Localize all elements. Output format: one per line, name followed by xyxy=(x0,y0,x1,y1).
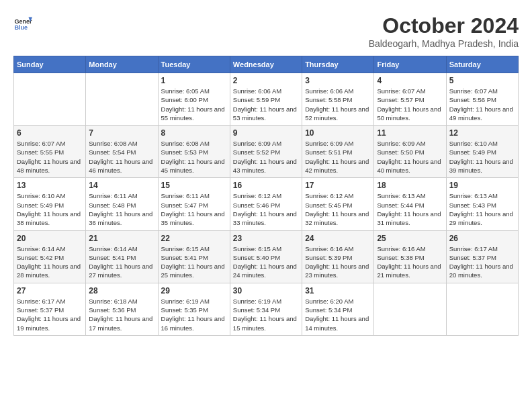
day-number: 13 xyxy=(17,181,83,190)
calendar-cell: 19Sunrise: 6:13 AM Sunset: 5:43 PM Dayli… xyxy=(446,178,518,230)
calendar-cell: 3Sunrise: 6:06 AM Sunset: 5:58 PM Daylig… xyxy=(302,73,374,126)
main-title: October 2024 xyxy=(369,13,519,38)
day-number: 12 xyxy=(449,128,515,138)
day-info: Sunrise: 6:15 AM Sunset: 5:41 PM Dayligh… xyxy=(161,244,227,280)
day-info: Sunrise: 6:09 AM Sunset: 5:50 PM Dayligh… xyxy=(377,139,443,175)
day-info: Sunrise: 6:06 AM Sunset: 5:58 PM Dayligh… xyxy=(305,87,371,122)
day-number: 19 xyxy=(449,181,515,190)
day-number: 16 xyxy=(233,181,299,190)
day-info: Sunrise: 6:09 AM Sunset: 5:51 PM Dayligh… xyxy=(305,139,371,175)
dow-header-friday: Friday xyxy=(374,56,446,73)
day-info: Sunrise: 6:17 AM Sunset: 5:37 PM Dayligh… xyxy=(449,244,515,280)
day-number: 1 xyxy=(161,76,227,85)
day-number: 27 xyxy=(17,286,83,295)
calendar-cell: 12Sunrise: 6:10 AM Sunset: 5:49 PM Dayli… xyxy=(446,126,518,178)
calendar-cell xyxy=(14,73,86,126)
calendar-cell: 9Sunrise: 6:09 AM Sunset: 5:52 PM Daylig… xyxy=(230,126,302,178)
calendar-cell: 30Sunrise: 6:19 AM Sunset: 5:34 PM Dayli… xyxy=(230,283,302,335)
day-info: Sunrise: 6:13 AM Sunset: 5:44 PM Dayligh… xyxy=(377,191,443,227)
day-number: 6 xyxy=(17,128,83,138)
day-number: 3 xyxy=(305,76,371,85)
day-number: 5 xyxy=(449,76,515,85)
day-info: Sunrise: 6:13 AM Sunset: 5:43 PM Dayligh… xyxy=(449,191,515,227)
calendar-cell: 27Sunrise: 6:17 AM Sunset: 5:37 PM Dayli… xyxy=(14,283,86,335)
calendar-cell: 24Sunrise: 6:16 AM Sunset: 5:39 PM Dayli… xyxy=(302,230,374,283)
dow-header-thursday: Thursday xyxy=(302,56,374,73)
day-info: Sunrise: 6:17 AM Sunset: 5:37 PM Dayligh… xyxy=(17,297,83,332)
day-number: 17 xyxy=(305,181,371,190)
day-info: Sunrise: 6:07 AM Sunset: 5:56 PM Dayligh… xyxy=(449,87,515,122)
calendar-cell: 11Sunrise: 6:09 AM Sunset: 5:50 PM Dayli… xyxy=(374,126,446,178)
day-number: 20 xyxy=(17,234,83,243)
day-number: 31 xyxy=(305,286,371,295)
logo-icon: General Blue xyxy=(13,13,32,32)
calendar-cell: 18Sunrise: 6:13 AM Sunset: 5:44 PM Dayli… xyxy=(374,178,446,230)
day-number: 23 xyxy=(233,234,299,243)
subtitle: Baldeogarh, Madhya Pradesh, India xyxy=(369,38,519,49)
calendar-cell: 7Sunrise: 6:08 AM Sunset: 5:54 PM Daylig… xyxy=(86,126,158,178)
calendar-cell xyxy=(374,283,446,335)
day-info: Sunrise: 6:16 AM Sunset: 5:38 PM Dayligh… xyxy=(377,244,443,280)
day-number: 11 xyxy=(377,128,443,138)
day-info: Sunrise: 6:19 AM Sunset: 5:35 PM Dayligh… xyxy=(161,297,227,332)
calendar-cell: 4Sunrise: 6:07 AM Sunset: 5:57 PM Daylig… xyxy=(374,73,446,126)
day-number: 9 xyxy=(233,128,299,138)
calendar-cell: 29Sunrise: 6:19 AM Sunset: 5:35 PM Dayli… xyxy=(158,283,230,335)
day-number: 26 xyxy=(449,234,515,243)
day-info: Sunrise: 6:11 AM Sunset: 5:47 PM Dayligh… xyxy=(161,191,227,227)
day-info: Sunrise: 6:06 AM Sunset: 5:59 PM Dayligh… xyxy=(233,87,299,122)
day-info: Sunrise: 6:07 AM Sunset: 5:57 PM Dayligh… xyxy=(377,87,443,122)
dow-header-monday: Monday xyxy=(86,56,158,73)
dow-header-tuesday: Tuesday xyxy=(158,56,230,73)
calendar-cell: 1Sunrise: 6:05 AM Sunset: 6:00 PM Daylig… xyxy=(158,73,230,126)
day-number: 30 xyxy=(233,286,299,295)
calendar-cell: 20Sunrise: 6:14 AM Sunset: 5:42 PM Dayli… xyxy=(14,230,86,283)
calendar-cell: 17Sunrise: 6:12 AM Sunset: 5:45 PM Dayli… xyxy=(302,178,374,230)
day-number: 10 xyxy=(305,128,371,138)
calendar-cell: 25Sunrise: 6:16 AM Sunset: 5:38 PM Dayli… xyxy=(374,230,446,283)
dow-header-saturday: Saturday xyxy=(446,56,518,73)
day-number: 25 xyxy=(377,234,443,243)
calendar-cell: 21Sunrise: 6:14 AM Sunset: 5:41 PM Dayli… xyxy=(86,230,158,283)
calendar-cell: 8Sunrise: 6:08 AM Sunset: 5:53 PM Daylig… xyxy=(158,126,230,178)
dow-header-sunday: Sunday xyxy=(14,56,86,73)
svg-text:Blue: Blue xyxy=(14,24,28,31)
calendar-cell: 14Sunrise: 6:11 AM Sunset: 5:48 PM Dayli… xyxy=(86,178,158,230)
day-number: 8 xyxy=(161,128,227,138)
calendar-cell: 2Sunrise: 6:06 AM Sunset: 5:59 PM Daylig… xyxy=(230,73,302,126)
calendar-cell: 5Sunrise: 6:07 AM Sunset: 5:56 PM Daylig… xyxy=(446,73,518,126)
day-number: 4 xyxy=(377,76,443,85)
day-number: 14 xyxy=(89,181,154,190)
day-info: Sunrise: 6:20 AM Sunset: 5:34 PM Dayligh… xyxy=(305,297,371,332)
day-info: Sunrise: 6:12 AM Sunset: 5:46 PM Dayligh… xyxy=(233,191,299,227)
dow-header-wednesday: Wednesday xyxy=(230,56,302,73)
calendar-cell: 6Sunrise: 6:07 AM Sunset: 5:55 PM Daylig… xyxy=(14,126,86,178)
calendar-cell: 31Sunrise: 6:20 AM Sunset: 5:34 PM Dayli… xyxy=(302,283,374,335)
day-info: Sunrise: 6:18 AM Sunset: 5:36 PM Dayligh… xyxy=(89,297,154,332)
page-header: General Blue October 2024 Baldeogarh, Ma… xyxy=(13,13,519,49)
calendar-cell: 22Sunrise: 6:15 AM Sunset: 5:41 PM Dayli… xyxy=(158,230,230,283)
day-number: 29 xyxy=(161,286,227,295)
day-info: Sunrise: 6:19 AM Sunset: 5:34 PM Dayligh… xyxy=(233,297,299,332)
day-number: 28 xyxy=(89,286,154,295)
day-number: 18 xyxy=(377,181,443,190)
calendar-cell: 23Sunrise: 6:15 AM Sunset: 5:40 PM Dayli… xyxy=(230,230,302,283)
calendar-cell: 13Sunrise: 6:10 AM Sunset: 5:49 PM Dayli… xyxy=(14,178,86,230)
calendar-cell: 10Sunrise: 6:09 AM Sunset: 5:51 PM Dayli… xyxy=(302,126,374,178)
logo: General Blue xyxy=(13,13,32,32)
day-info: Sunrise: 6:15 AM Sunset: 5:40 PM Dayligh… xyxy=(233,244,299,280)
day-number: 7 xyxy=(89,128,154,138)
day-info: Sunrise: 6:11 AM Sunset: 5:48 PM Dayligh… xyxy=(89,191,154,227)
day-number: 24 xyxy=(305,234,371,243)
day-info: Sunrise: 6:08 AM Sunset: 5:54 PM Dayligh… xyxy=(89,139,154,175)
calendar-cell: 28Sunrise: 6:18 AM Sunset: 5:36 PM Dayli… xyxy=(86,283,158,335)
day-number: 22 xyxy=(161,234,227,243)
day-info: Sunrise: 6:10 AM Sunset: 5:49 PM Dayligh… xyxy=(449,139,515,175)
calendar-cell: 26Sunrise: 6:17 AM Sunset: 5:37 PM Dayli… xyxy=(446,230,518,283)
day-info: Sunrise: 6:14 AM Sunset: 5:41 PM Dayligh… xyxy=(89,244,154,280)
day-info: Sunrise: 6:12 AM Sunset: 5:45 PM Dayligh… xyxy=(305,191,371,227)
day-info: Sunrise: 6:05 AM Sunset: 6:00 PM Dayligh… xyxy=(161,87,227,122)
day-info: Sunrise: 6:10 AM Sunset: 5:49 PM Dayligh… xyxy=(17,191,83,227)
day-number: 2 xyxy=(233,76,299,85)
calendar-cell xyxy=(446,283,518,335)
